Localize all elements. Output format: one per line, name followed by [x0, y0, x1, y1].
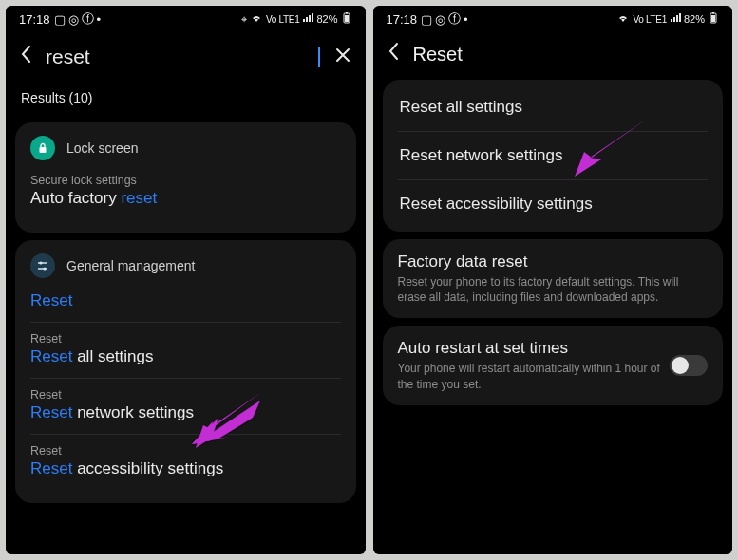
status-time: 17:18	[387, 12, 418, 27]
result-title: Reset accessibility settings	[30, 459, 341, 478]
auto-restart-title: Auto restart at set times	[398, 339, 661, 358]
search-input[interactable]: reset	[46, 46, 320, 68]
reset-network-settings[interactable]: Reset network settings	[398, 132, 709, 180]
svg-rect-11	[711, 15, 715, 22]
status-bar: 17:18 ▢ ◎ ⓕ • ⌖ Vo LTE1 82%	[6, 6, 366, 32]
wifi-icon	[250, 13, 263, 25]
search-result-item[interactable]: Reset Reset accessibility settings	[30, 434, 341, 490]
dot-icon: •	[464, 12, 468, 27]
volte-label: Vo LTE1	[266, 14, 300, 25]
reset-accessibility-settings[interactable]: Reset accessibility settings	[398, 180, 709, 228]
search-result-item[interactable]: Reset Reset all settings	[30, 322, 341, 378]
svg-point-7	[43, 267, 46, 270]
factory-reset-card[interactable]: Factory data reset Reset your phone to i…	[383, 239, 724, 318]
auto-restart-desc: Your phone will restart automatically wi…	[398, 361, 661, 391]
text-cursor	[318, 47, 320, 67]
results-count: Results (10)	[15, 84, 356, 115]
facebook-icon: ⓕ	[448, 10, 461, 28]
svg-rect-3	[40, 147, 47, 153]
factory-reset-title: Factory data reset	[398, 252, 709, 271]
result-subtitle: Reset	[30, 332, 341, 345]
signal-icon	[670, 13, 681, 25]
svg-rect-2	[346, 12, 348, 13]
instagram-icon: ◎	[68, 12, 79, 27]
auto-restart-card: Auto restart at set times Your phone wil…	[383, 326, 724, 404]
facebook-icon: ⓕ	[82, 10, 94, 28]
back-button[interactable]	[19, 45, 32, 69]
result-title: Reset network settings	[30, 403, 341, 422]
phone-reset-screen: 17:18 ▢ ◎ ⓕ • Vo LTE1 82% Rese	[373, 6, 733, 554]
result-group-lock-screen: Lock screen Secure lock settings Auto fa…	[15, 122, 356, 233]
volte-label: Vo LTE1	[633, 14, 667, 25]
result-subtitle: Reset	[30, 388, 341, 401]
image-icon: ▢	[54, 12, 66, 27]
result-title: Reset all settings	[30, 347, 341, 366]
factory-reset-desc: Reset your phone to its factory default …	[398, 274, 683, 305]
category-label: Lock screen	[66, 140, 138, 156]
lock-icon	[30, 136, 55, 160]
status-time: 17:18	[19, 12, 50, 27]
signal-icon	[302, 13, 313, 25]
page-header: Reset	[373, 32, 733, 80]
search-text: reset	[46, 46, 317, 68]
result-subtitle: Reset	[30, 444, 341, 457]
search-result-item[interactable]: Reset Reset network settings	[30, 378, 341, 434]
auto-restart-toggle[interactable]	[670, 355, 708, 376]
result-group-general-management: General management Reset Reset Reset all…	[15, 240, 356, 503]
battery-text: 82%	[684, 13, 705, 25]
result-subtitle: Secure lock settings	[30, 174, 341, 187]
battery-icon	[341, 12, 352, 26]
clear-search-button[interactable]	[333, 42, 352, 71]
search-header: reset	[6, 32, 366, 84]
dot-icon: •	[97, 12, 102, 27]
search-result-item[interactable]: Secure lock settings Auto factory reset	[30, 170, 341, 219]
status-bar: 17:18 ▢ ◎ ⓕ • Vo LTE1 82%	[373, 6, 733, 32]
result-title: Reset	[30, 291, 341, 310]
svg-point-5	[39, 261, 42, 264]
category-label: General management	[66, 258, 195, 273]
page-title: Reset	[413, 44, 463, 65]
instagram-icon: ◎	[435, 12, 445, 27]
search-result-item[interactable]: Reset	[30, 288, 341, 322]
result-title: Auto factory reset	[30, 189, 341, 208]
location-icon: ⌖	[241, 13, 247, 26]
back-button[interactable]	[387, 42, 400, 66]
sliders-icon	[30, 253, 55, 278]
image-icon: ▢	[421, 12, 432, 27]
svg-rect-1	[345, 15, 349, 22]
battery-icon	[708, 12, 719, 26]
reset-all-settings[interactable]: Reset all settings	[398, 84, 709, 132]
phone-search-screen: 17:18 ▢ ◎ ⓕ • ⌖ Vo LTE1 82%	[6, 6, 366, 554]
svg-rect-12	[712, 12, 714, 13]
reset-options-card: Reset all settings Reset network setting…	[383, 80, 724, 232]
battery-text: 82%	[316, 13, 337, 25]
wifi-icon	[616, 13, 630, 25]
